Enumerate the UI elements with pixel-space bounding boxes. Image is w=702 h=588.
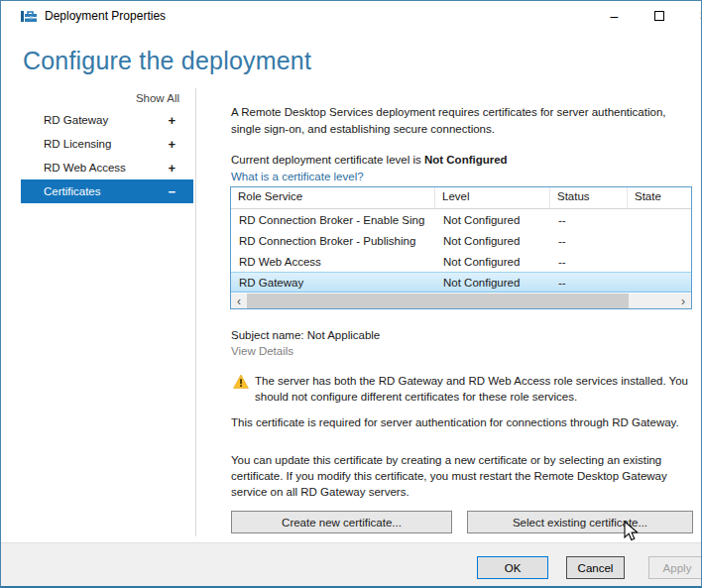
scrollbar-thumb[interactable] bbox=[247, 294, 629, 308]
scroll-right-icon[interactable]: › bbox=[675, 294, 691, 308]
sidebar-item-label: RD Web Access bbox=[21, 162, 168, 174]
minimize-icon: – bbox=[611, 11, 619, 21]
sidebar-item-rd-web-access[interactable]: RD Web Access + bbox=[21, 156, 193, 179]
cell-status: -- bbox=[550, 235, 628, 247]
column-header-role-service[interactable]: Role Service bbox=[231, 187, 435, 208]
scroll-left-icon[interactable]: ‹ bbox=[231, 294, 247, 308]
warning-message: The server has both the RD Gateway and R… bbox=[233, 373, 695, 405]
warning-triangle-icon bbox=[233, 374, 249, 390]
expand-icon: + bbox=[168, 113, 193, 128]
scrollbar-track[interactable] bbox=[247, 294, 675, 308]
maximize-icon bbox=[654, 11, 664, 21]
cell-level: Not Configured bbox=[435, 277, 550, 289]
sidebar-divider bbox=[195, 88, 196, 536]
table-row-connection-broker-publishing[interactable]: RD Connection Broker - Publishing Not Co… bbox=[231, 230, 691, 251]
intro-text: A Remote Desktop Services deployment req… bbox=[231, 104, 695, 138]
sidebar-item-rd-licensing[interactable]: RD Licensing + bbox=[21, 132, 193, 156]
ok-button[interactable]: OK bbox=[477, 556, 548, 579]
cell-status: -- bbox=[550, 277, 628, 289]
expand-icon: + bbox=[168, 137, 193, 152]
dialog-footer: OK Cancel Apply bbox=[1, 542, 701, 587]
close-button[interactable]: ✕ bbox=[683, 1, 702, 31]
warning-text: The server has both the RD Gateway and R… bbox=[255, 373, 693, 405]
sidebar-item-rd-gateway[interactable]: RD Gateway + bbox=[21, 108, 193, 132]
apply-button[interactable]: Apply bbox=[648, 556, 702, 579]
deployment-properties-window: Deployment Properties – ✕ Configure the … bbox=[0, 0, 702, 588]
table-header: Role Service Level Status State bbox=[231, 187, 691, 209]
certificate-level-value: Not Configured bbox=[424, 154, 508, 166]
view-details-link[interactable]: View Details bbox=[231, 343, 429, 360]
page-title: Configure the deployment bbox=[23, 47, 311, 75]
subject-name-text: Subject name: Not Applicable bbox=[231, 327, 695, 344]
certificate-level-prefix: Current deployment certificate level is bbox=[231, 154, 424, 166]
cell-status: -- bbox=[550, 214, 628, 226]
certificate-update-text: You can update this certificate by creat… bbox=[231, 452, 695, 500]
minimize-button[interactable]: – bbox=[592, 1, 637, 31]
cell-role-service: RD Gateway bbox=[231, 277, 435, 289]
sidebar-item-label: RD Licensing bbox=[21, 138, 168, 150]
horizontal-scrollbar[interactable]: ‹ › bbox=[231, 294, 691, 308]
select-existing-certificate-button[interactable]: Select existing certificate... bbox=[467, 511, 693, 533]
collapse-icon: − bbox=[168, 184, 193, 199]
cell-level: Not Configured bbox=[435, 214, 550, 226]
table-row-connection-broker-sso[interactable]: RD Connection Broker - Enable Sing Not C… bbox=[231, 209, 691, 230]
table-row-rd-web-access[interactable]: RD Web Access Not Configured -- bbox=[231, 251, 691, 272]
cell-level: Not Configured bbox=[435, 235, 550, 247]
table-row-rd-gateway-selected[interactable]: RD Gateway Not Configured -- bbox=[231, 272, 691, 293]
server-manager-app-icon bbox=[21, 8, 37, 24]
cell-role-service: RD Web Access bbox=[231, 256, 435, 268]
sidebar-item-label: RD Gateway bbox=[21, 114, 168, 126]
certificate-level-help-link[interactable]: What is a certificate level? bbox=[231, 169, 528, 185]
column-header-level[interactable]: Level bbox=[435, 187, 550, 208]
cell-role-service: RD Connection Broker - Publishing bbox=[231, 235, 435, 247]
maximize-button[interactable] bbox=[637, 1, 681, 31]
sidebar-item-label: Certificates bbox=[21, 185, 168, 197]
certificate-required-text: This certificate is required for server … bbox=[231, 414, 689, 430]
title-bar: Deployment Properties – ✕ bbox=[1, 1, 701, 31]
cancel-button[interactable]: Cancel bbox=[566, 556, 625, 579]
column-header-status[interactable]: Status bbox=[550, 187, 628, 208]
window-title: Deployment Properties bbox=[45, 9, 166, 23]
expand-icon: + bbox=[168, 161, 193, 176]
certificate-level-line: Current deployment certificate level is … bbox=[231, 152, 695, 169]
role-service-table: Role Service Level Status State RD Conne… bbox=[230, 186, 692, 309]
column-header-state[interactable]: State bbox=[628, 187, 691, 208]
cell-status: -- bbox=[550, 256, 628, 268]
cell-level: Not Configured bbox=[435, 256, 550, 268]
sidebar: RD Gateway + RD Licensing + RD Web Acces… bbox=[21, 108, 193, 203]
cell-role-service: RD Connection Broker - Enable Sing bbox=[231, 214, 435, 226]
sidebar-item-certificates[interactable]: Certificates − bbox=[21, 179, 193, 203]
create-new-certificate-button[interactable]: Create new certificate... bbox=[231, 511, 452, 533]
show-all-link[interactable]: Show All bbox=[21, 92, 179, 104]
